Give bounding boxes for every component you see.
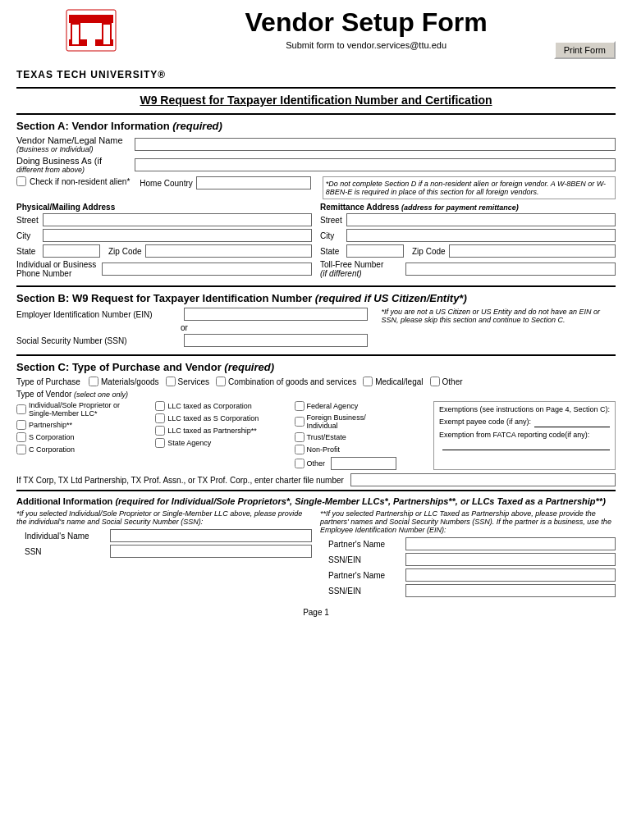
vendor-llc-s-corp-checkbox[interactable] [155, 413, 165, 423]
phys-street-input[interactable] [43, 213, 312, 226]
vendor-non-profit-checkbox[interactable] [295, 445, 305, 454]
ssn-input[interactable] [184, 334, 368, 347]
phys-city-input[interactable] [43, 229, 312, 242]
dba-sublabel: different from above) [16, 166, 131, 174]
home-country-input[interactable] [196, 176, 311, 189]
vendor-federal-agency: Federal Agency [295, 401, 428, 411]
dba-label-group: Doing Business As (if different from abo… [16, 156, 131, 174]
vendor-foreign-business-checkbox[interactable] [295, 417, 305, 427]
vendor-llc-s-corp: LLC taxed as S Corporation [155, 413, 289, 423]
vendor-trust-estate-checkbox[interactable] [295, 432, 305, 442]
vendor-llc-partnership-label: LLC taxed as Partnership** [167, 427, 257, 435]
vendor-name-input[interactable] [135, 138, 616, 151]
charter-input[interactable] [350, 473, 616, 486]
vendor-type-container: Individual/Sole Proprietor orSingle-Memb… [16, 401, 616, 470]
fatca-label: Exemption from FATCA reporting code(if a… [439, 431, 589, 439]
ein-input[interactable] [184, 308, 368, 321]
logo-area: TEXAS TECH UNIVERSITY® [16, 8, 166, 80]
section-c: Section C: Type of Purchase and Vendor (… [16, 361, 616, 486]
rem-zip-input[interactable] [449, 244, 616, 258]
vendor-llc-partnership-checkbox[interactable] [155, 426, 165, 436]
purchase-combo-checkbox[interactable] [216, 377, 226, 386]
partner-name2-input[interactable] [405, 568, 616, 582]
phys-zip-input[interactable] [145, 244, 312, 258]
individual-name-input[interactable] [110, 529, 312, 542]
tollfree-input[interactable] [405, 262, 616, 276]
tollfree-row: Toll-Free Number (if different) [320, 260, 616, 278]
additional-info-note: (required for Individual/Sole Proprietor… [115, 496, 605, 506]
vendor-llc-corp-checkbox[interactable] [155, 401, 165, 411]
individual-name-label: Individual's Name [25, 532, 107, 541]
partner-name1-input[interactable] [405, 537, 616, 550]
ssn-individual-input[interactable] [110, 545, 312, 558]
ssn-ein1-input[interactable] [405, 553, 616, 566]
page-container: TEXAS TECH UNIVERSITY® Vendor Setup Form… [0, 0, 632, 633]
print-btn-area: Print Form [550, 8, 616, 59]
section-c-title: Section C: Type of Purchase and Vendor (… [16, 361, 616, 373]
purchase-materials-checkbox[interactable] [89, 377, 98, 386]
vendor-s-corp-checkbox[interactable] [16, 432, 26, 442]
section-b-note: *If you are not a US Citizen or US Entit… [376, 308, 616, 349]
phone-input[interactable] [102, 262, 312, 276]
additional-info-title: Additional Information (required for Ind… [16, 496, 616, 506]
purchase-type-materials: Materials/goods [89, 377, 159, 386]
home-country-group: Home Country [140, 176, 310, 189]
purchase-type-services: Services [166, 377, 209, 386]
fatca-row: Exemption from FATCA reporting code(if a… [439, 431, 610, 450]
vendor-state-agency-label: State Agency [167, 439, 211, 447]
purchase-type-combo: Combination of goods and services [216, 377, 356, 386]
tollfree-label: Toll-Free Number [320, 260, 402, 269]
vendor-sole-proprietor-checkbox[interactable] [16, 404, 26, 414]
purchase-type-medical: Medical/legal [363, 377, 423, 386]
ssn-individual-label: SSN [25, 547, 107, 556]
ssn-ein2-label: SSN/EIN [328, 587, 402, 596]
individual-name-row: Individual's Name [25, 529, 312, 542]
rem-street-row: Street [320, 213, 616, 226]
rem-state-input[interactable] [346, 244, 404, 258]
svg-rect-7 [72, 25, 79, 44]
remittance-address-title: Remittance Address (address for payment … [320, 203, 519, 212]
rem-city-input[interactable] [346, 229, 616, 242]
vendor-other: Other [295, 457, 428, 470]
vendor-partnership-checkbox[interactable] [16, 420, 26, 430]
purchase-other-label: Other [442, 377, 463, 386]
purchase-medical-checkbox[interactable] [363, 377, 373, 386]
ssn-ein2-row: SSN/EIN [328, 584, 616, 597]
vendor-trust-estate-label: Trust/Estate [307, 433, 346, 441]
home-country-label: Home Country [140, 179, 192, 188]
vendor-other-checkbox[interactable] [295, 459, 305, 468]
section-b-fields: Employer Identification Number (EIN) or … [16, 308, 368, 349]
phone-label: Individual or Business [16, 260, 98, 269]
vendor-federal-agency-checkbox[interactable] [295, 401, 305, 411]
ssn-ein2-input[interactable] [405, 584, 616, 597]
purchase-other-checkbox[interactable] [430, 377, 440, 386]
vendor-state-agency-checkbox[interactable] [155, 438, 165, 448]
rem-zip-label: Zip Code [412, 247, 446, 256]
partner-name1-label: Partner's Name [328, 540, 402, 549]
additional-left-note: *If you selected Individual/Sole Proprie… [16, 509, 312, 526]
additional-info-right: **If you selected Partnership or LLC Tax… [320, 509, 616, 600]
vendor-c-corp: C Corporation [16, 445, 150, 454]
partner-name1-row: Partner's Name [328, 537, 616, 550]
dba-label: Doing Business As (if [16, 156, 131, 166]
additional-info-divider [16, 490, 616, 491]
purchase-services-checkbox[interactable] [166, 377, 176, 386]
additional-info-left: *If you selected Individual/Sole Proprie… [16, 509, 312, 600]
rem-street-input[interactable] [346, 213, 616, 226]
university-name: TEXAS TECH UNIVERSITY® [16, 69, 166, 80]
vendor-c-corp-checkbox[interactable] [16, 445, 26, 454]
section-a-divider-top [16, 113, 616, 115]
svg-rect-8 [103, 25, 110, 44]
exemptions-box: Exemptions (see instructions on Page 4, … [433, 401, 616, 470]
dba-input[interactable] [135, 158, 616, 171]
w9-title: W9 Request for Taxpayer Identification N… [16, 94, 616, 107]
vendor-other-input[interactable] [331, 457, 396, 470]
phys-state-input[interactable] [43, 244, 100, 258]
vendor-foreign-business-label: Foreign Business/Individual [307, 413, 366, 430]
physical-address-title: Physical/Mailing Address [16, 203, 312, 212]
phys-street-label: Street [16, 216, 39, 225]
vendor-foreign-business: Foreign Business/Individual [295, 413, 428, 430]
additional-info-section: Additional Information (required for Ind… [16, 496, 616, 600]
print-button[interactable]: Print Form [554, 41, 616, 59]
nonresident-checkbox[interactable] [16, 176, 26, 186]
